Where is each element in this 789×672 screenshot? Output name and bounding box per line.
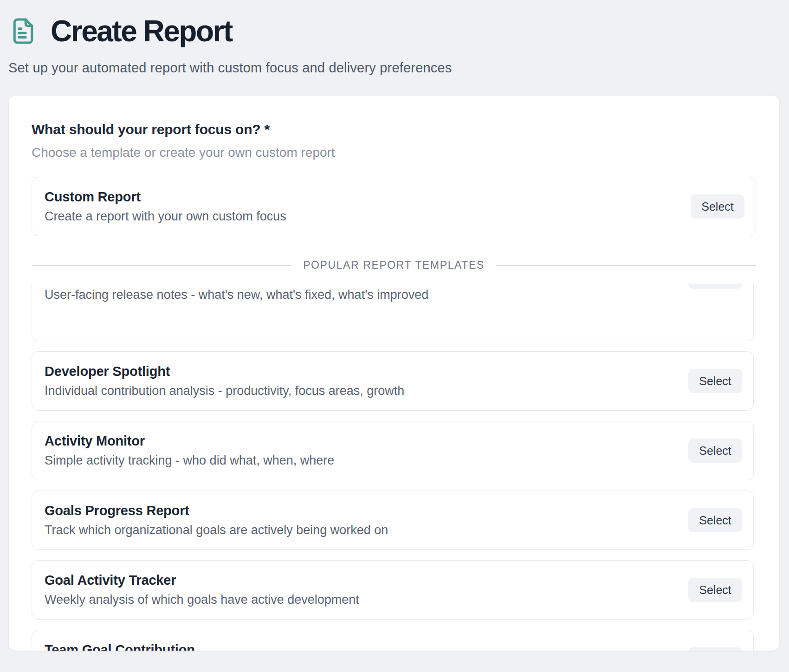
template-select-button[interactable]: Select [688, 647, 742, 651]
template-description: Track which organizational goals are act… [45, 523, 660, 537]
template-select-button[interactable]: Select [688, 508, 742, 532]
divider-label: POPULAR REPORT TEMPLATES [303, 259, 485, 271]
create-report-page: Create Report Set up your automated repo… [0, 0, 789, 651]
report-focus-panel: What should your report focus on? * Choo… [8, 95, 780, 651]
template-card-activity-monitor: Activity Monitor Simple activity trackin… [32, 421, 754, 480]
custom-report-description: Create a report with your own custom foc… [45, 209, 663, 224]
custom-report-title: Custom Report [45, 189, 663, 205]
template-title: Activity Monitor [45, 433, 660, 449]
template-card-goals-progress-report: Goals Progress Report Track which organi… [32, 491, 754, 550]
template-title: Goals Progress Report [45, 503, 660, 518]
template-card-developer-spotlight: Developer Spotlight Individual contribut… [32, 351, 754, 411]
template-select-button[interactable]: Select [688, 439, 742, 463]
template-description: Individual contribution analysis - produ… [45, 384, 660, 398]
divider-line-left [32, 265, 291, 266]
page-header: Create Report Set up your automated repo… [0, 14, 789, 76]
template-select-button-partial[interactable] [688, 284, 742, 289]
template-description: User-facing release notes - what's new, … [45, 288, 660, 302]
template-description: Weekly analysis of which goals have acti… [45, 593, 660, 607]
divider-line-right [497, 265, 756, 266]
custom-report-select-button[interactable]: Select [691, 194, 744, 219]
template-select-button[interactable]: Select [688, 369, 742, 393]
template-card-goal-activity-tracker: Goal Activity Tracker Weekly analysis of… [32, 560, 754, 620]
focus-hint: Choose a template or create your own cus… [32, 145, 756, 160]
custom-report-card: Custom Report Create a report with your … [32, 177, 756, 236]
template-description: Simple activity tracking - who did what,… [45, 453, 660, 468]
popular-templates-divider: POPULAR REPORT TEMPLATES [32, 259, 756, 271]
template-card-team-goal-contribution: Team Goal Contribution How team members … [32, 630, 754, 651]
template-title: Developer Spotlight [45, 364, 660, 379]
template-select-button[interactable]: Select [688, 578, 742, 602]
template-title: Goal Activity Tracker [45, 573, 660, 588]
file-text-icon [12, 17, 35, 45]
page-subtitle: Set up your automated report with custom… [8, 60, 778, 76]
template-card-clipped: User-facing release notes - what's new, … [32, 284, 754, 341]
page-title: Create Report [51, 14, 232, 48]
template-title: Team Goal Contribution [45, 642, 660, 651]
template-list: User-facing release notes - what's new, … [32, 284, 756, 651]
focus-question-heading: What should your report focus on? * [32, 122, 756, 137]
title-row: Create Report [8, 14, 778, 48]
